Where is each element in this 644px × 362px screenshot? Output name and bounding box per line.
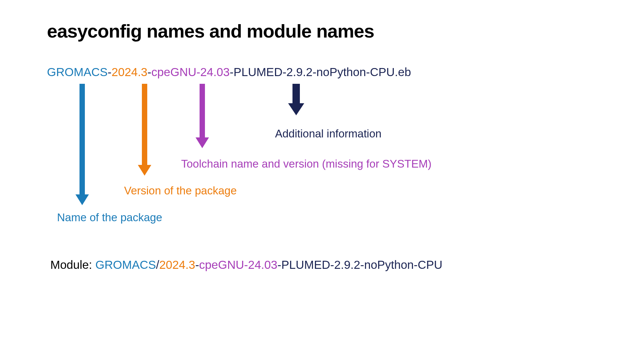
page-title: easyconfig names and module names (47, 20, 597, 42)
label-version: Version of the package (124, 184, 237, 197)
module-text: Module: GROMACS/2024.3-cpeGNU-24.03-PLUM… (50, 258, 442, 272)
filename-sep3: - (230, 65, 234, 78)
filename-ext: .eb (395, 65, 411, 78)
arrow-name-icon (79, 84, 85, 205)
label-toolchain: Toolchain name and version (missing for … (181, 158, 431, 170)
module-toolchain: cpeGNU-24.03 (199, 258, 277, 271)
label-additional: Additional information (275, 127, 381, 140)
module-slash: / (156, 258, 159, 271)
module-name: GROMACS (95, 258, 156, 271)
label-name: Name of the package (57, 211, 162, 224)
filename-sep1: - (108, 65, 112, 78)
module-prefix: Module: (50, 258, 95, 271)
module-additional: PLUMED-2.9.2-noPython-CPU (281, 258, 442, 271)
arrow-toolchain-icon (200, 84, 205, 148)
module-sep2: - (277, 258, 281, 271)
module-version: 2024.3 (159, 258, 195, 271)
module-sep1: - (195, 258, 199, 271)
filename-text: GROMACS-2024.3-cpeGNU-24.03-PLUMED-2.9.2… (47, 65, 597, 79)
filename-toolchain: cpeGNU-24.03 (151, 65, 229, 78)
filename-name: GROMACS (47, 65, 108, 78)
filename-sep2: - (148, 65, 152, 78)
filename-additional: PLUMED-2.9.2-noPython-CPU (233, 65, 394, 78)
arrow-additional-icon (293, 84, 299, 115)
filename-version: 2024.3 (112, 65, 148, 78)
arrow-version-icon (142, 84, 147, 176)
